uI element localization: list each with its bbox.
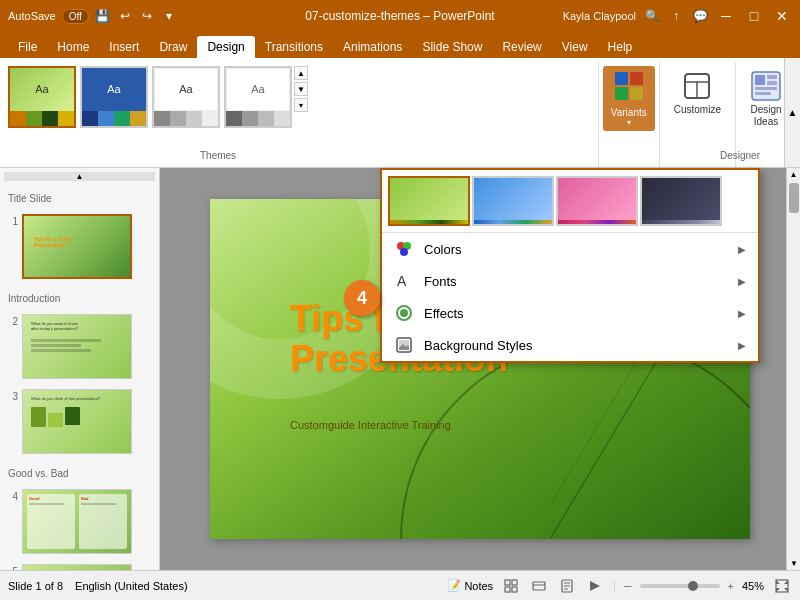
customize-icon: [681, 70, 713, 102]
slide-thumb-1[interactable]: 1 Tips for a GreatPresentation: [4, 212, 155, 281]
colors-arrow-icon: ▶: [738, 244, 746, 255]
dropdown-theme-1[interactable]: [388, 176, 470, 226]
svg-rect-27: [533, 582, 545, 590]
themes-group: Aa Aa: [4, 62, 599, 167]
slideshow-btn[interactable]: [585, 576, 605, 596]
slide-group-4-label: Good vs. Bad: [4, 466, 155, 481]
customize-qat-icon[interactable]: ▾: [161, 8, 177, 24]
theme2-color-bar: [474, 220, 552, 226]
slide-image-4: Good Bad: [22, 489, 132, 554]
svg-rect-3: [630, 87, 643, 100]
canvas-scroll-down[interactable]: ▼: [787, 559, 800, 568]
notes-button[interactable]: 📝 Notes: [447, 579, 493, 592]
slide-num-2: 2: [6, 314, 18, 327]
variants-section: Variants ▾: [599, 62, 660, 167]
slide-thumb-4[interactable]: 4 Good Bad: [4, 487, 155, 556]
title-bar-left: AutoSave Off 💾 ↩ ↪ ▾: [8, 8, 177, 24]
theme-scroll-more[interactable]: ▾: [294, 98, 308, 112]
design-ideas-label: DesignIdeas: [750, 104, 781, 128]
variants-button[interactable]: Variants ▾: [603, 66, 655, 131]
panel-scroll-up[interactable]: ▲: [4, 172, 155, 181]
tab-transitions[interactable]: Transitions: [255, 36, 333, 58]
svg-point-20: [400, 309, 408, 317]
svg-rect-9: [767, 75, 777, 79]
designer-label: Designer: [720, 150, 760, 161]
minimize-btn[interactable]: ─: [716, 6, 736, 26]
dropdown-theme-2[interactable]: [472, 176, 554, 226]
svg-rect-1: [630, 72, 643, 85]
design-ideas-icon: [750, 70, 782, 102]
customize-button[interactable]: Customize: [668, 66, 727, 119]
comments-icon[interactable]: 💬: [692, 8, 708, 24]
zoom-thumb: [688, 581, 698, 591]
slide-sorter-btn[interactable]: [529, 576, 549, 596]
theme-item-3[interactable]: Aa: [152, 66, 220, 128]
dropdown-background-item[interactable]: Background Styles ▶: [382, 329, 758, 361]
slide-image-5: Slide 5: [22, 564, 132, 570]
theme4-color-bar: [642, 220, 720, 226]
zoom-out-btn[interactable]: ─: [624, 580, 632, 592]
svg-rect-25: [505, 587, 510, 592]
save-icon[interactable]: 💾: [95, 8, 111, 24]
tab-view[interactable]: View: [552, 36, 598, 58]
tab-help[interactable]: Help: [598, 36, 643, 58]
theme-item-2[interactable]: Aa: [80, 66, 148, 128]
redo-icon[interactable]: ↪: [139, 8, 155, 24]
ribbon-tabs: File Home Insert Draw Design Transitions…: [0, 32, 800, 58]
colors-icon: [394, 239, 414, 259]
tab-slideshow[interactable]: Slide Show: [412, 36, 492, 58]
tab-review[interactable]: Review: [492, 36, 551, 58]
design-ideas-button[interactable]: DesignIdeas: [744, 66, 788, 132]
dropdown-theme-4[interactable]: [640, 176, 722, 226]
autosave-toggle[interactable]: Off: [62, 9, 89, 24]
theme-item-4[interactable]: Aa: [224, 66, 292, 128]
tab-insert[interactable]: Insert: [99, 36, 149, 58]
svg-rect-8: [755, 75, 765, 85]
close-btn[interactable]: ✕: [772, 6, 792, 26]
tab-file[interactable]: File: [8, 36, 47, 58]
slide-thumb-2[interactable]: 2 What do you want to knowafter today's …: [4, 312, 155, 381]
tab-home[interactable]: Home: [47, 36, 99, 58]
effects-arrow-icon: ▶: [738, 308, 746, 319]
dropdown-colors-item[interactable]: Colors ▶: [382, 233, 758, 265]
theme-items: Aa Aa: [8, 66, 292, 128]
theme-scroll: ▲ ▼ ▾: [294, 66, 308, 112]
tab-draw[interactable]: Draw: [149, 36, 197, 58]
svg-rect-2: [615, 87, 628, 100]
zoom-level: 45%: [742, 580, 764, 592]
normal-view-btn[interactable]: [501, 576, 521, 596]
title-bar: AutoSave Off 💾 ↩ ↪ ▾ 07-customize-themes…: [0, 0, 800, 32]
canvas-scroll-up[interactable]: ▲: [789, 170, 799, 179]
tab-design[interactable]: Design: [197, 36, 254, 58]
undo-icon[interactable]: ↩: [117, 8, 133, 24]
customize-label: Customize: [674, 104, 721, 115]
search-icon[interactable]: 🔍: [644, 8, 660, 24]
variants-icon: [613, 70, 645, 105]
theme-scroll-down[interactable]: ▼: [294, 82, 308, 96]
dropdown-theme-3[interactable]: [556, 176, 638, 226]
dropdown-fonts-item[interactable]: A Fonts ▶: [382, 265, 758, 297]
effects-icon: [394, 303, 414, 323]
theme-scroll-up[interactable]: ▲: [294, 66, 308, 80]
slide-thumb-3[interactable]: 3 What do you think of this presentation…: [4, 387, 155, 456]
share-icon[interactable]: ↑: [668, 8, 684, 24]
tab-animations[interactable]: Animations: [333, 36, 412, 58]
fit-slide-btn[interactable]: [772, 576, 792, 596]
zoom-in-btn[interactable]: +: [728, 580, 734, 592]
zoom-slider[interactable]: [640, 584, 720, 588]
restore-btn[interactable]: □: [744, 6, 764, 26]
slide-subtitle: Customguide Interactive Training: [290, 419, 451, 431]
dropdown-effects-item[interactable]: Effects ▶: [382, 297, 758, 329]
theme-item-1[interactable]: Aa: [8, 66, 76, 128]
zoom-divider: |: [613, 580, 616, 591]
ribbon: Aa Aa: [0, 58, 800, 168]
slide-group-2-label: Introduction: [4, 291, 155, 306]
ribbon-collapse-btn[interactable]: ▲: [784, 58, 800, 167]
theme1-color-bar: [390, 220, 468, 226]
canvas-scroll-thumb[interactable]: [789, 183, 799, 213]
fonts-icon: A: [394, 271, 414, 291]
svg-rect-24: [512, 580, 517, 585]
reading-view-btn[interactable]: [557, 576, 577, 596]
slide-thumb-5[interactable]: 5 Slide 5: [4, 562, 155, 570]
slide-num-5: 5: [6, 564, 18, 570]
